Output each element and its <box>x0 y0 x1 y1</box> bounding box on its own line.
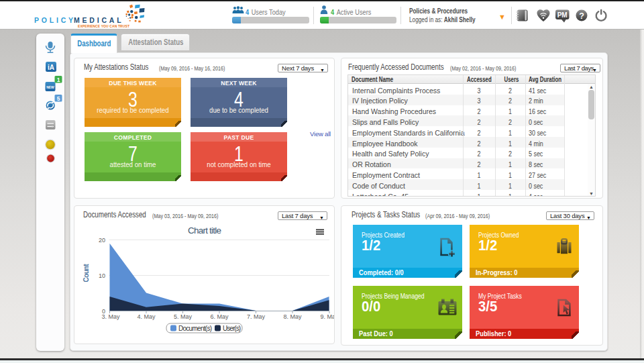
svg-text:User(s): User(s) <box>223 325 241 332</box>
svg-text:9. May: 9. May <box>320 313 334 320</box>
svg-text:NEW: NEW <box>46 85 54 89</box>
svg-text:Chart title: Chart title <box>188 225 221 236</box>
svg-text:5: 5 <box>57 95 60 102</box>
svg-text:?: ? <box>579 11 584 21</box>
svg-text:3. May: 3. May <box>101 313 120 320</box>
svg-text:7. May: 7. May <box>247 313 266 320</box>
svg-text:Document(s): Document(s) <box>178 325 212 332</box>
svg-text:20: 20 <box>99 237 105 244</box>
svg-text:iA: iA <box>48 64 54 71</box>
svg-text:PM: PM <box>557 11 568 19</box>
svg-text:5. May: 5. May <box>174 313 193 320</box>
svg-text:8. May: 8. May <box>283 313 302 320</box>
svg-text:4. May: 4. May <box>137 313 156 320</box>
svg-text:10: 10 <box>99 272 105 279</box>
svg-text:1: 1 <box>57 76 60 83</box>
svg-text:Count: Count <box>83 264 90 282</box>
svg-text:6. May: 6. May <box>210 313 229 320</box>
